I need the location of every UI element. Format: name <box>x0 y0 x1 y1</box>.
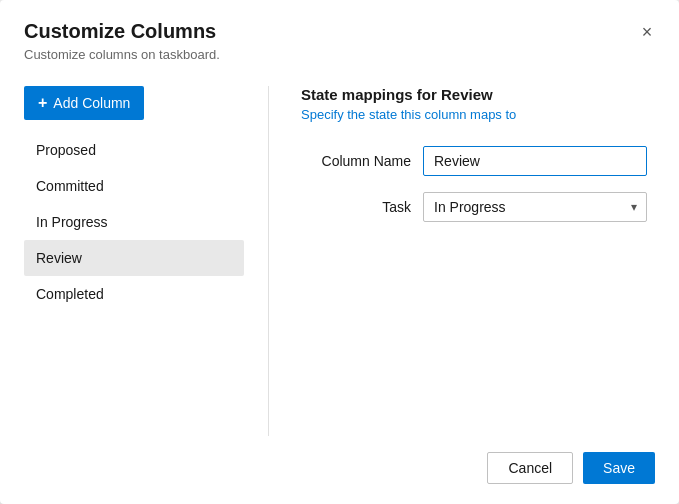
column-name-label: Column Name <box>301 153 411 169</box>
section-title: State mappings for Review <box>301 86 647 103</box>
sidebar-item-completed[interactable]: Completed <box>24 276 244 312</box>
dialog-subtitle: Customize columns on taskboard. <box>24 47 655 62</box>
plus-icon: + <box>38 94 47 112</box>
section-subtitle: Specify the state this column maps to <box>301 107 647 122</box>
sidebar-item-proposed[interactable]: Proposed <box>24 132 244 168</box>
dialog-footer: Cancel Save <box>0 436 679 504</box>
column-name-row: Column Name <box>301 146 647 176</box>
sidebar-divider <box>268 86 269 436</box>
cancel-button[interactable]: Cancel <box>487 452 573 484</box>
task-label: Task <box>301 199 411 215</box>
task-select[interactable]: In Progress Proposed Committed Completed <box>423 192 647 222</box>
sidebar-item-committed[interactable]: Committed <box>24 168 244 204</box>
customize-columns-dialog: Customize Columns Customize columns on t… <box>0 0 679 504</box>
task-row: Task In Progress Proposed Committed Comp… <box>301 192 647 222</box>
sidebar-item-review[interactable]: Review <box>24 240 244 276</box>
column-list: Proposed Committed In Progress Review Co… <box>24 132 244 312</box>
task-select-wrapper: In Progress Proposed Committed Completed… <box>423 192 647 222</box>
dialog-header: Customize Columns Customize columns on t… <box>0 0 679 70</box>
main-content: State mappings for Review Specify the st… <box>293 86 655 436</box>
sidebar: + Add Column Proposed Committed In Progr… <box>24 86 244 436</box>
sidebar-item-in-progress[interactable]: In Progress <box>24 204 244 240</box>
add-column-button[interactable]: + Add Column <box>24 86 144 120</box>
save-button[interactable]: Save <box>583 452 655 484</box>
close-button[interactable]: × <box>633 18 661 46</box>
dialog-body: + Add Column Proposed Committed In Progr… <box>0 70 679 436</box>
dialog-title: Customize Columns <box>24 20 655 43</box>
close-icon: × <box>642 22 653 43</box>
column-name-input[interactable] <box>423 146 647 176</box>
add-column-label: Add Column <box>53 95 130 111</box>
